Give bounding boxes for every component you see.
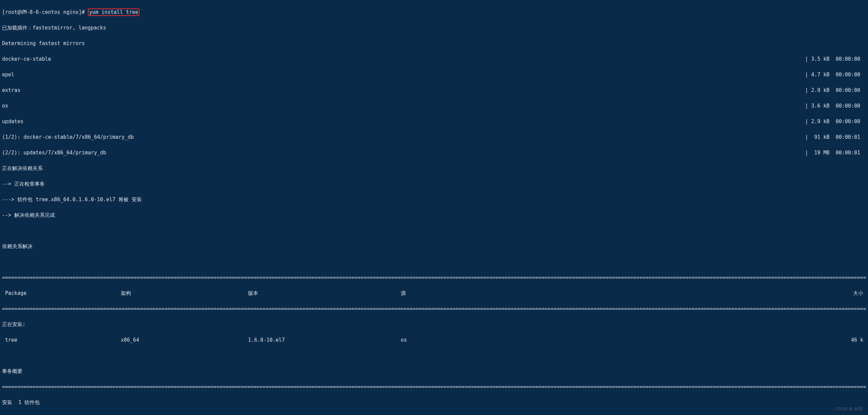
summary-title: 事务概要 (2, 367, 866, 375)
col-size: 大小 (511, 289, 866, 297)
repo-name: docker-ce-stable (2, 55, 51, 63)
separator: ========================================… (2, 274, 866, 282)
fetch-label: (1/2): docker-ce-stable/7/x86_64/primary… (2, 133, 134, 141)
repo-name: os (2, 102, 8, 110)
col-package: Package (2, 289, 121, 297)
fetch-stat: | 91 kB 00:00:01 (805, 133, 866, 141)
terminal-output[interactable]: [root@VM-8-6-centos nginx]# yum install … (0, 0, 868, 415)
installing-label: 正在安装: (2, 321, 866, 328)
cell-repo: os (401, 336, 511, 344)
dep-resolved: 依赖关系解决 (2, 243, 866, 250)
fetch-line: (1/2): docker-ce-stable/7/x86_64/primary… (2, 133, 866, 141)
summary-install: 安装 1 软件包 (2, 399, 866, 407)
col-repo: 源 (401, 289, 511, 297)
dep-check: --> 正在检查事务 (2, 180, 866, 188)
cell-version: 1.6.0-10.el7 (248, 336, 401, 344)
repo-line: docker-ce-stable| 3.5 kB 00:00:00 (2, 55, 866, 63)
highlighted-command: yum install tree (88, 8, 140, 16)
fetch-label: (2/2): updates/7/x86_64/primary_db (2, 149, 106, 157)
col-version: 版本 (248, 289, 401, 297)
separator: ========================================… (2, 383, 866, 391)
repo-name: extras (2, 87, 20, 94)
prompt-prefix: [root@VM-8-6-centos nginx]# (2, 9, 88, 15)
separator: ========================================… (2, 305, 866, 313)
table-row: tree x86_64 1.6.0-10.el7 os 46 k (2, 336, 866, 344)
repo-name: epel (2, 71, 14, 79)
dep-pkg: ---> 软件包 tree.x86_64.0.1.6.0-10.el7 将被 安… (2, 196, 866, 204)
repo-stat: | 2.9 kB 00:00:00 (805, 87, 866, 94)
dep-resolving: 正在解决依赖关系 (2, 165, 866, 172)
table-header: Package 架构 版本 源 大小 (2, 289, 866, 297)
repo-line: updates| 2.9 kB 00:00:00 (2, 118, 866, 126)
fetch-line: (2/2): updates/7/x86_64/primary_db| 19 M… (2, 149, 866, 157)
cell-arch: x86_64 (121, 336, 248, 344)
determining-line: Determining fastest mirrors (2, 40, 866, 48)
repo-line: epel| 4.7 kB 00:00:00 (2, 71, 866, 79)
repo-line: extras| 2.9 kB 00:00:00 (2, 87, 866, 94)
col-arch: 架构 (121, 289, 248, 297)
blank-line (2, 227, 866, 235)
repo-stat: | 4.7 kB 00:00:00 (805, 71, 866, 79)
repo-stat: | 3.6 kB 00:00:00 (805, 102, 866, 110)
fetch-stat: | 19 MB 00:00:01 (805, 149, 866, 157)
repo-name: updates (2, 118, 23, 126)
dep-done: --> 解决依赖关系完成 (2, 211, 866, 219)
watermark: CSDN @ 南郭. (835, 405, 864, 413)
cell-size: 46 k (511, 336, 866, 344)
blank-line (2, 352, 866, 360)
repo-stat: | 2.9 kB 00:00:00 (805, 118, 866, 126)
repo-line: os| 3.6 kB 00:00:00 (2, 102, 866, 110)
repo-stat: | 3.5 kB 00:00:00 (805, 55, 866, 63)
blank-line (2, 258, 866, 266)
plugins-line: 已加载插件：fastestmirror, langpacks (2, 24, 866, 32)
cell-package: tree (2, 336, 121, 344)
prompt-line: [root@VM-8-6-centos nginx]# yum install … (2, 8, 866, 16)
